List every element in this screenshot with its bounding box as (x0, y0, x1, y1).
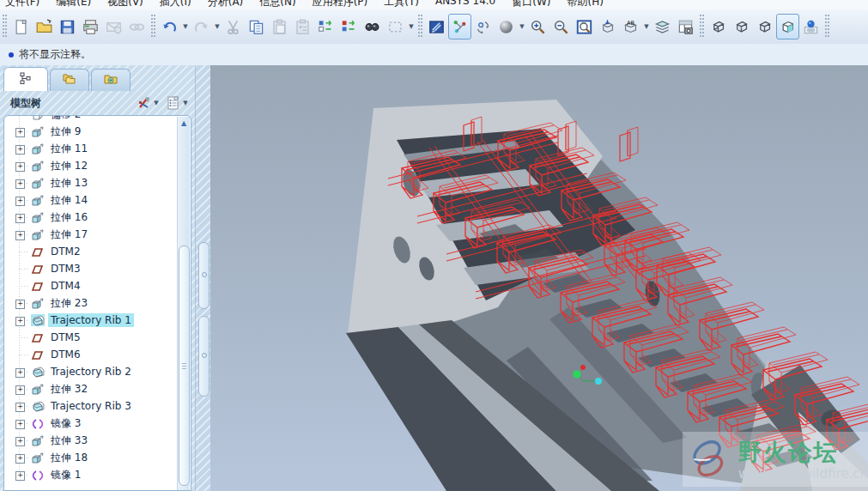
hidden-line-cube-button[interactable] (730, 14, 753, 39)
layers-button[interactable] (651, 14, 674, 39)
expand-plus-icon[interactable]: + (15, 128, 25, 137)
scrollbar-thumb[interactable] (179, 246, 190, 486)
tree-item-拉伸-23[interactable]: +拉伸 23 (4, 294, 179, 312)
show-list-dropdown-arrow[interactable]: ▼ (181, 95, 190, 111)
view-manager-button[interactable] (674, 14, 697, 39)
tree-item-拉伸-14[interactable]: +拉伸 14 (4, 191, 179, 209)
tree-item-label[interactable]: Trajectory Rib 1 (48, 313, 134, 327)
tree-item-镜像-1[interactable]: +镜像 1 (4, 466, 179, 483)
tree-item-label[interactable]: 拉伸 12 (48, 158, 90, 174)
expand-plus-icon[interactable]: + (15, 317, 25, 326)
tree-item-拉伸-18[interactable]: +拉伸 18 (4, 449, 179, 466)
paste-special-button[interactable] (291, 14, 314, 39)
expand-plus-icon[interactable]: + (15, 231, 25, 240)
tree-item-拉伸-16[interactable]: +拉伸 16 (4, 209, 179, 226)
favorites-tab[interactable] (91, 69, 131, 91)
tree-item-label[interactable]: 拉伸 33 (48, 433, 90, 449)
menu-item[interactable]: 帮助(H) (567, 0, 603, 9)
tree-item-label[interactable]: 拉伸 9 (48, 124, 83, 140)
save-button[interactable] (56, 14, 79, 39)
tree-item-label[interactable]: 拉伸 11 (48, 141, 90, 157)
paste-button[interactable] (268, 14, 291, 39)
menu-item[interactable]: 文件(F) (5, 0, 39, 9)
menu-item[interactable]: 分析(A) (208, 0, 244, 9)
tree-item-label[interactable]: 拉伸 32 (48, 381, 90, 397)
tree-item-偏移-2[interactable]: 偏移 2 (4, 115, 179, 123)
tree-item-dtm6[interactable]: DTM6 (4, 346, 179, 363)
tree-item-拉伸-12[interactable]: +拉伸 12 (4, 157, 179, 174)
repaint-button[interactable] (425, 14, 448, 39)
expand-plus-icon[interactable]: + (15, 385, 25, 395)
dropdown-arrow-icon[interactable]: ▼ (642, 14, 651, 39)
zoom-out-button[interactable] (549, 14, 573, 39)
print-button[interactable] (79, 14, 102, 39)
tree-item-label[interactable]: DTM3 (48, 262, 83, 276)
dropdown-arrow-icon[interactable]: ▼ (518, 14, 526, 39)
find-button[interactable] (361, 14, 384, 39)
mail-button[interactable] (102, 14, 125, 39)
tree-item-label[interactable]: 拉伸 18 (48, 450, 90, 466)
scrollbar-up-arrow[interactable]: ▲ (178, 117, 190, 130)
annotations-ball-button[interactable] (799, 14, 822, 39)
tree-item-label[interactable]: 拉伸 16 (48, 209, 90, 226)
tree-item-拉伸-13[interactable]: +拉伸 13 (4, 174, 179, 191)
tree-item-label[interactable]: DTM6 (48, 348, 83, 361)
refit-button[interactable] (573, 14, 596, 39)
panel-splitter[interactable] (195, 65, 211, 491)
tree-item-拉伸-32[interactable]: +拉伸 32 (4, 380, 179, 397)
tree-item-label[interactable]: 镜像 3 (48, 415, 83, 432)
wireframe-cube-button[interactable] (707, 14, 730, 39)
tree-item-label[interactable]: DTM4 (48, 279, 83, 293)
tree-item-label[interactable]: 拉伸 17 (48, 227, 90, 243)
menu-item[interactable]: 视图(V) (107, 0, 143, 9)
tree-scrollbar[interactable]: ▲ (177, 117, 190, 491)
no-hidden-cube-button[interactable] (753, 14, 776, 39)
show-list-button[interactable]: ▼ (166, 95, 190, 111)
toolbar-drag-handle[interactable] (418, 15, 422, 39)
tree-item-拉伸-17[interactable]: +拉伸 17 (4, 226, 179, 243)
cut-button[interactable] (222, 14, 245, 39)
model-tree-tab[interactable] (3, 67, 48, 91)
expand-plus-icon[interactable]: + (15, 403, 25, 412)
expand-plus-icon[interactable]: + (15, 368, 25, 378)
menu-item[interactable]: 信息(N) (259, 0, 295, 9)
tree-item-dtm4[interactable]: DTM4 (4, 277, 179, 294)
expand-plus-icon[interactable]: + (15, 471, 25, 481)
menu-item[interactable]: 工具(T) (384, 0, 419, 9)
open-folder-button[interactable] (33, 14, 56, 39)
toolbar-drag-handle[interactable] (825, 15, 829, 39)
reorient-view-button[interactable] (596, 14, 619, 39)
copy-button[interactable] (245, 14, 268, 39)
undo-button[interactable] (158, 14, 181, 39)
appearance-sphere-button[interactable] (495, 14, 518, 39)
toolbar-drag-handle[interactable] (700, 15, 704, 39)
settings-button[interactable]: ▼ (137, 95, 161, 111)
expand-plus-icon[interactable]: + (15, 162, 25, 172)
redo-button[interactable] (190, 14, 213, 39)
menu-item[interactable]: 应用程序(P) (313, 0, 368, 9)
shaded-cube-button[interactable] (776, 14, 799, 39)
link-button[interactable] (125, 14, 149, 39)
dropdown-arrow-icon[interactable]: ▼ (213, 14, 222, 39)
regenerate-auto-button[interactable] (337, 14, 361, 39)
menu-item[interactable]: 编辑(E) (56, 0, 91, 9)
zoom-in-button[interactable] (526, 14, 549, 39)
tree-item-label[interactable]: 拉伸 23 (48, 295, 90, 312)
expand-plus-icon[interactable]: + (15, 145, 25, 155)
expand-plus-icon[interactable]: + (15, 437, 25, 446)
new-file-button[interactable] (9, 14, 33, 39)
dropdown-arrow-icon[interactable]: ▼ (181, 14, 190, 39)
tree-item-拉伸-11[interactable]: +拉伸 11 (4, 140, 179, 157)
menu-item[interactable]: ANSYS 14.0 (435, 0, 495, 9)
settings-dropdown-arrow[interactable]: ▼ (152, 95, 161, 111)
expand-plus-icon[interactable]: + (15, 454, 25, 464)
expand-plus-icon[interactable]: + (15, 197, 25, 206)
menu-item[interactable]: 窗口(W) (512, 0, 550, 9)
tree-item-dtm3[interactable]: DTM3 (4, 260, 179, 277)
tree-item-dtm5[interactable]: DTM5 (4, 329, 179, 346)
tree-item-label[interactable]: 偏移 2 (48, 115, 83, 123)
splitter-resize-handle[interactable] (198, 316, 209, 397)
expand-plus-icon[interactable]: + (15, 179, 25, 189)
tree-item-拉伸-9[interactable]: +拉伸 9 (4, 123, 179, 140)
toolbar-drag-handle[interactable] (151, 15, 155, 39)
